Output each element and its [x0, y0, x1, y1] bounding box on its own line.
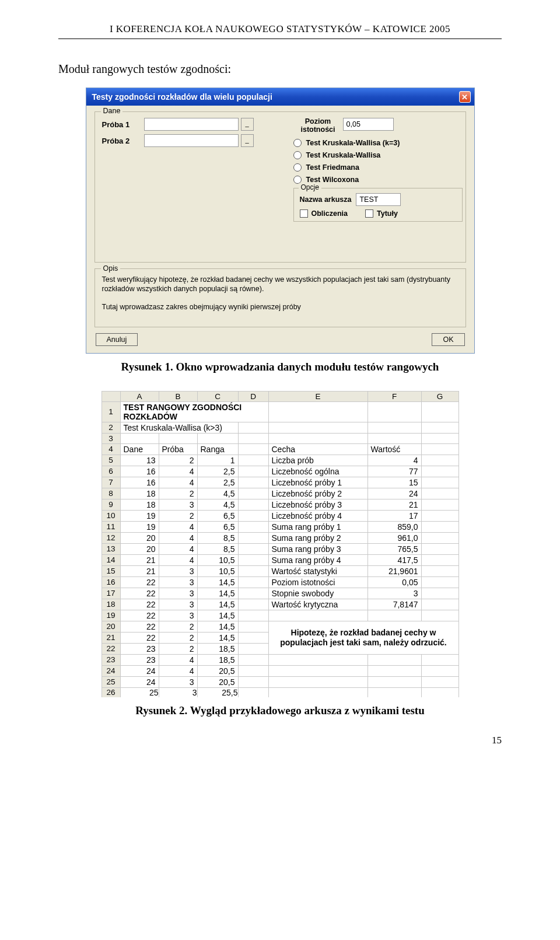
row-header[interactable]: 6 — [102, 466, 120, 477]
cell[interactable] — [268, 665, 368, 676]
anuluj-button[interactable]: Anuluj — [96, 333, 138, 346]
cell[interactable] — [238, 477, 268, 488]
cell[interactable] — [421, 588, 459, 599]
radio-kruskal-k3[interactable]: Test Kruskala-Wallisa (k=3) — [293, 139, 463, 147]
row-header[interactable]: 15 — [102, 565, 120, 576]
row-header[interactable]: 2 — [102, 422, 120, 433]
row-header[interactable]: 16 — [102, 576, 120, 588]
cell[interactable]: 2 — [159, 455, 197, 466]
cell[interactable]: 15 — [368, 477, 421, 488]
cell[interactable]: 3 — [159, 588, 197, 599]
cell[interactable] — [421, 610, 459, 621]
cell[interactable] — [197, 433, 238, 443]
cell[interactable]: 14,5 — [197, 621, 238, 632]
cell[interactable] — [238, 576, 268, 588]
cell[interactable] — [238, 676, 268, 687]
cell[interactable]: Ranga — [197, 443, 238, 455]
cell[interactable] — [268, 401, 368, 422]
cell[interactable]: 14,5 — [197, 599, 238, 610]
cell[interactable]: Stopnie swobody — [268, 588, 368, 599]
cell[interactable] — [238, 466, 268, 477]
col-header-G[interactable]: G — [421, 391, 459, 401]
cell[interactable] — [421, 488, 459, 499]
cell[interactable] — [421, 455, 459, 466]
cell[interactable] — [421, 554, 459, 565]
cell[interactable]: 3 — [368, 588, 421, 599]
cell[interactable]: 3 — [159, 499, 197, 510]
cell[interactable]: 20 — [120, 532, 159, 543]
row-header[interactable]: 26 — [102, 687, 120, 697]
cell[interactable] — [421, 521, 459, 532]
cell[interactable] — [268, 610, 368, 621]
cell[interactable] — [159, 433, 197, 443]
col-header-A[interactable]: A — [120, 391, 159, 401]
row-header[interactable]: 8 — [102, 488, 120, 499]
cell[interactable]: 22 — [120, 621, 159, 632]
col-header-B[interactable]: B — [159, 391, 197, 401]
cell[interactable] — [421, 401, 459, 422]
cell[interactable] — [421, 433, 459, 443]
cell[interactable]: Dane — [120, 443, 159, 455]
cell[interactable]: 2 — [159, 643, 197, 654]
cell[interactable]: 4,5 — [197, 488, 238, 499]
cell[interactable] — [238, 632, 268, 643]
cell[interactable] — [238, 610, 268, 621]
cell[interactable] — [238, 510, 268, 521]
cell[interactable]: 4 — [368, 455, 421, 466]
cell[interactable]: 2,5 — [197, 466, 238, 477]
cell[interactable] — [238, 621, 268, 632]
cell[interactable]: 6,5 — [197, 521, 238, 532]
ok-button[interactable]: OK — [432, 333, 464, 346]
cell[interactable] — [120, 433, 159, 443]
row-header[interactable]: 19 — [102, 610, 120, 621]
cell[interactable]: 8,5 — [197, 543, 238, 554]
cell[interactable]: 2 — [159, 510, 197, 521]
row-header[interactable]: 9 — [102, 499, 120, 510]
cell[interactable] — [368, 401, 421, 422]
cell[interactable] — [238, 565, 268, 576]
cell[interactable]: 21 — [120, 565, 159, 576]
cell[interactable]: 22 — [120, 610, 159, 621]
cell[interactable]: 22 — [120, 576, 159, 588]
row-header[interactable]: 21 — [102, 632, 120, 643]
cell[interactable]: 4 — [159, 477, 197, 488]
cell[interactable] — [238, 488, 268, 499]
cell[interactable]: Liczebność próby 2 — [268, 488, 368, 499]
cell[interactable]: Wartość krytyczna — [268, 599, 368, 610]
row-header[interactable]: 12 — [102, 532, 120, 543]
cell[interactable] — [368, 610, 421, 621]
cell[interactable] — [238, 543, 268, 554]
cell[interactable]: 21,9601 — [368, 565, 421, 576]
row-header[interactable]: 4 — [102, 443, 120, 455]
cell[interactable]: Wartość — [368, 443, 421, 455]
row-header[interactable]: 22 — [102, 643, 120, 654]
cell[interactable]: 20,5 — [197, 676, 238, 687]
row-header[interactable]: 11 — [102, 521, 120, 532]
cell[interactable] — [368, 422, 421, 433]
cell[interactable]: 3 — [159, 687, 197, 697]
cell[interactable] — [368, 687, 421, 697]
cell[interactable]: 24 — [120, 676, 159, 687]
cell[interactable]: Liczebność ogólna — [268, 466, 368, 477]
cell[interactable]: 16 — [120, 477, 159, 488]
cell[interactable]: Test Kruskala-Wallisa (k>3) — [120, 422, 238, 433]
row-header[interactable]: 10 — [102, 510, 120, 521]
cell[interactable]: 14,5 — [197, 576, 238, 588]
cell[interactable]: 19 — [120, 510, 159, 521]
cell[interactable]: 961,0 — [368, 532, 421, 543]
cell[interactable]: Suma rang próby 3 — [268, 543, 368, 554]
cell[interactable] — [238, 588, 268, 599]
cell[interactable]: TEST RANGOWY ZGODNOŚCI ROZKŁADÓW — [120, 401, 268, 422]
cell[interactable] — [421, 665, 459, 676]
col-header-C[interactable]: C — [197, 391, 238, 401]
cell[interactable] — [268, 687, 368, 697]
cell[interactable] — [238, 554, 268, 565]
row-header[interactable]: 17 — [102, 588, 120, 599]
cell[interactable]: 14,5 — [197, 610, 238, 621]
cell[interactable]: 765,5 — [368, 543, 421, 554]
radio-kruskal[interactable]: Test Kruskala-Wallisa — [293, 151, 463, 159]
proba2-range-button[interactable]: _ — [241, 134, 254, 147]
cell[interactable]: 4 — [159, 521, 197, 532]
cell[interactable]: 3 — [159, 599, 197, 610]
cell[interactable]: 18 — [120, 499, 159, 510]
